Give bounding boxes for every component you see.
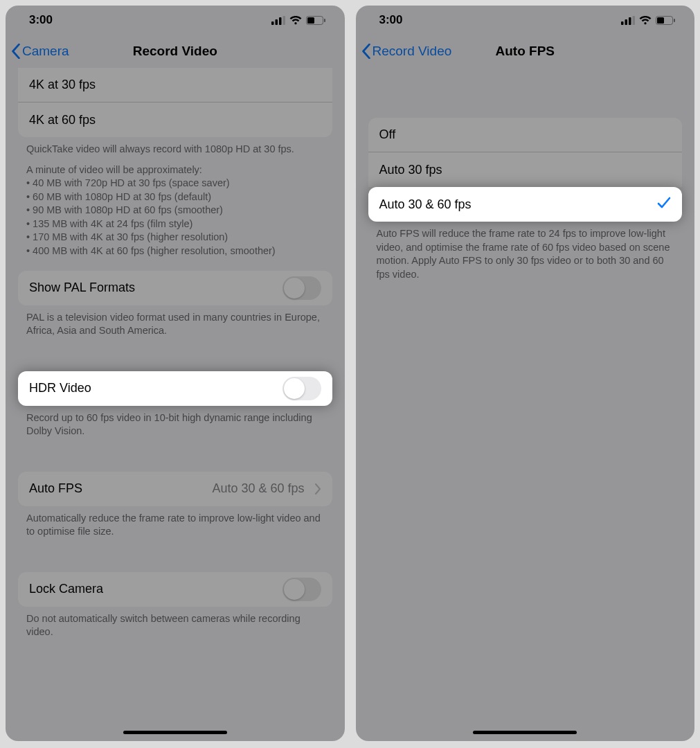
autofps-option-off[interactable]: Off <box>368 118 683 152</box>
svg-rect-6 <box>324 19 325 22</box>
svg-rect-8 <box>625 19 628 25</box>
status-time: 3:00 <box>379 13 403 27</box>
wifi-icon <box>639 16 652 25</box>
hdr-label: HDR Video <box>29 381 91 395</box>
cellular-icon <box>271 16 285 25</box>
lock-label: Lock Camera <box>29 582 103 596</box>
auto-fps-row[interactable]: Auto FPS Auto 30 & 60 fps <box>18 472 332 506</box>
wifi-icon <box>289 16 302 25</box>
autofps-value: Auto 30 & 60 fps <box>212 481 304 496</box>
option-label: 4K at 60 fps <box>29 113 96 127</box>
status-icons <box>621 16 675 25</box>
svg-rect-3 <box>282 16 285 25</box>
checkmark-icon <box>657 197 671 213</box>
show-pal-formats-row[interactable]: Show PAL Formats <box>18 271 332 305</box>
status-time: 3:00 <box>29 13 53 27</box>
pal-toggle[interactable] <box>282 276 321 300</box>
chevron-left-icon <box>11 44 21 59</box>
page-title: Auto FPS <box>496 44 555 59</box>
autofps-page-footer: Auto FPS will reduce the frame rate to 2… <box>356 222 695 285</box>
chevron-right-icon <box>314 483 321 495</box>
cellular-icon <box>621 16 635 25</box>
home-indicator[interactable] <box>473 731 577 735</box>
autofps-option-30-60[interactable]: Auto 30 & 60 fps <box>368 187 683 222</box>
hdr-footer: Record up to 60 fps video in 10-bit high… <box>6 406 345 443</box>
lock-camera-row[interactable]: Lock Camera <box>18 572 332 607</box>
back-label: Record Video <box>373 44 452 59</box>
hdr-video-row[interactable]: HDR Video <box>18 371 332 406</box>
svg-rect-5 <box>307 17 314 24</box>
back-label: Camera <box>22 44 69 59</box>
option-label: Auto 30 fps <box>379 163 442 177</box>
pal-label: Show PAL Formats <box>29 280 135 295</box>
back-button[interactable]: Record Video <box>361 44 452 59</box>
status-icons <box>271 16 325 25</box>
svg-rect-0 <box>271 21 274 25</box>
autofps-footer: Automatically reduce the frame rate to i… <box>6 506 345 543</box>
autofps-option-30[interactable]: Auto 30 fps <box>368 152 683 187</box>
battery-icon <box>656 16 675 25</box>
svg-rect-7 <box>621 21 624 25</box>
option-label: Off <box>379 127 396 142</box>
svg-rect-13 <box>674 19 675 22</box>
lock-toggle[interactable] <box>282 578 321 601</box>
option-4k-30[interactable]: 4K at 30 fps <box>18 68 332 103</box>
svg-rect-2 <box>279 17 282 25</box>
option-label: 4K at 30 fps <box>29 78 96 92</box>
autofps-label: Auto FPS <box>29 481 82 496</box>
option-4k-60[interactable]: 4K at 60 fps <box>18 103 332 137</box>
hdr-toggle[interactable] <box>282 377 321 400</box>
svg-rect-12 <box>657 17 664 24</box>
svg-rect-9 <box>629 17 631 25</box>
chevron-left-icon <box>361 44 371 59</box>
svg-rect-1 <box>275 19 278 25</box>
home-indicator[interactable] <box>123 731 227 735</box>
svg-rect-10 <box>633 16 636 25</box>
battery-icon <box>306 16 325 25</box>
quicktake-footer: QuickTake video will always record with … <box>6 137 345 262</box>
back-button[interactable]: Camera <box>11 44 69 59</box>
pal-footer: PAL is a television video format used in… <box>6 305 345 342</box>
lock-footer: Do not automatically switch between came… <box>6 607 345 643</box>
page-title: Record Video <box>133 44 217 59</box>
option-label: Auto 30 & 60 fps <box>379 197 472 212</box>
